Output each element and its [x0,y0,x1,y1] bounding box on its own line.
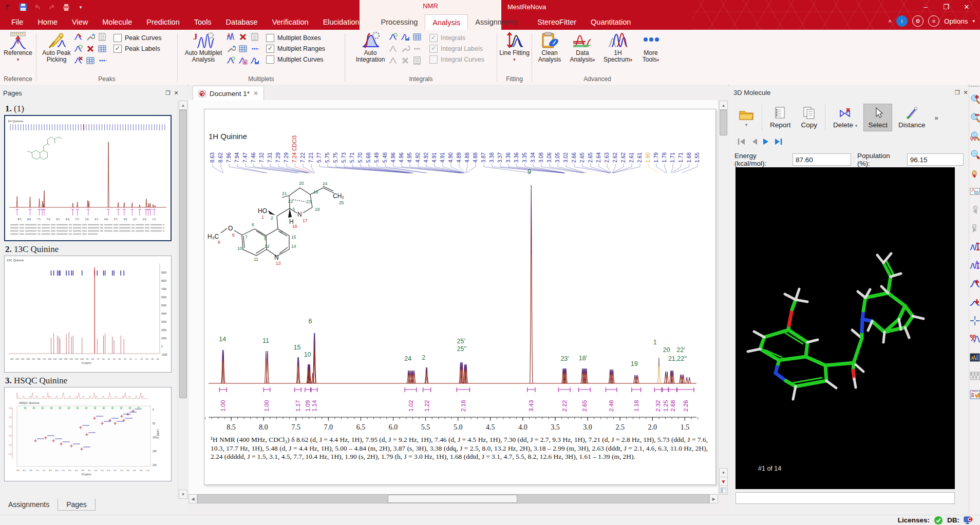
crosshair-icon[interactable] [969,312,980,330]
scroll-down-icon[interactable]: ▼ [179,490,187,499]
wrench-small-icon[interactable] [85,32,96,42]
cutoff-icon[interactable] [969,330,980,348]
next-view-icon[interactable] [969,219,980,238]
gdots-small-icon[interactable] [412,44,422,54]
distance-button[interactable]: Distance [894,104,930,131]
assignment-label[interactable]: 9 [527,168,531,176]
line-fitting-button[interactable]: Line Fitting▾ [499,30,531,63]
apeak-small-icon[interactable] [238,55,248,66]
play-icon[interactable] [762,138,769,146]
population-field[interactable]: 96.15 [907,153,964,166]
db-status-icon[interactable] [964,516,973,524]
fit-intensity-icon[interactable] [969,238,980,256]
1h-spectrum-button[interactable]: 1H Spectrum▾ [602,30,634,64]
auto-multiplet-analysis-button[interactable]: J Auto Multiplet Analysis [181,30,226,67]
report-view-icon[interactable] [969,385,980,404]
undo-icon[interactable] [33,3,42,12]
x-small-icon[interactable] [85,44,96,54]
redo-icon[interactable] [47,3,56,12]
integral-curves-checkbox[interactable]: Integral Curves [429,55,484,64]
integral-value[interactable]: 1.18 [633,400,639,412]
gearpeak-small-icon[interactable] [226,55,236,66]
assignment-label[interactable]: 22' [676,346,685,354]
tab-database[interactable]: Database [219,14,265,30]
assignment-label[interactable]: 23' [560,355,569,362]
peakx-small-icon[interactable] [73,55,84,66]
save-icon[interactable] [18,3,28,12]
assignment-label[interactable]: 1 [653,339,657,346]
tab-prediction[interactable]: Prediction [139,14,186,30]
tab-home[interactable]: Home [30,14,65,30]
3d-molecule-view[interactable]: #1 of 14 [736,167,955,489]
assignment-label[interactable]: 20 [663,346,670,354]
assignment-label[interactable]: 19 [631,360,638,367]
auto-peak-picking-button[interactable]: Auto Peak Picking [40,30,73,67]
tab-tools[interactable]: Tools [187,14,219,30]
gwrench-small-icon[interactable] [400,44,410,54]
integrals-small-buttons[interactable] [388,30,423,67]
document-vertical-scrollbar[interactable]: ▲ ▼ ▼ [718,100,728,494]
document-page[interactable]: 1H Quinine8.638.627.967.947.477.467.327.… [204,109,716,485]
previous-frame-icon[interactable] [750,138,758,146]
integrals-checkbox[interactable]: ✓Integrals [429,34,484,42]
pan-icon[interactable] [969,164,980,182]
integral-value[interactable]: 2.26 [683,400,689,412]
assignment-label[interactable]: 24 [404,355,411,362]
restore-button[interactable]: ❐ [936,0,956,13]
close-panel-icon[interactable]: ✕ [172,89,180,96]
float-panel-icon[interactable]: ❐ [164,89,172,96]
gpeak-small-icon[interactable] [388,44,399,54]
multiplet-boxes-checkbox[interactable]: Multiplet Boxes [266,34,325,42]
integral-value[interactable]: 1.14 [311,400,317,412]
tab-assignments-panel[interactable]: Assignments [0,499,58,510]
reference-button[interactable]: Reference▾ [2,30,34,63]
spectrum-canvas[interactable]: 1H Quinine8.638.627.967.947.477.467.327.… [204,109,715,484]
fit-intensity-alt-icon[interactable] [969,256,980,275]
multiplets-small-buttons[interactable]: J [226,30,261,67]
peak-curves-checkbox[interactable]: Peak Curves [114,34,162,42]
peak-labels-checkbox[interactable]: ✓Peak Labels [114,45,162,53]
x-small-icon[interactable] [238,32,248,42]
pencil-small-icon[interactable] [73,32,84,42]
scroll-down-icon[interactable]: ▼ [719,468,728,477]
multiplet-ranges-checkbox[interactable]: ✓Multiplet Ranges [266,45,325,53]
toolbar-drag-handle[interactable]: •••••••• [969,85,980,90]
list-small-icon[interactable] [97,32,107,42]
integral-value[interactable]: 2.48 [608,400,614,412]
last-frame-icon[interactable] [774,138,783,146]
list-small-icon[interactable] [412,55,422,66]
pages-scrollbar[interactable]: ▲ ▼ [178,101,187,499]
dots-small-icon[interactable] [97,55,107,66]
table-small-icon[interactable] [412,32,422,42]
assignment-label[interactable]: 15 [293,344,300,351]
thumbnail-1[interactable]: 1H Quinine8.58.07.57.06.56.05.55.04.54.0… [4,115,172,241]
toolbar-overflow-button[interactable]: » [934,114,938,122]
options-dropdown-icon[interactable]: ▾ [972,18,975,24]
tab-file[interactable]: File [4,14,30,30]
gearpeak-small-icon[interactable] [73,44,84,54]
integral-value[interactable]: 2.32 [655,400,661,412]
jpeaks-small-icon[interactable]: J [226,32,236,42]
assignment-label[interactable]: 11 [262,337,269,344]
bookmark-icon[interactable] [4,3,13,12]
document-tab[interactable]: Document 1* ✕ [193,86,264,101]
options-button[interactable]: Options [944,17,968,25]
thumbnail-3[interactable]: HSQC Quinine9.08.58.07.57.06.56.05.55.04… [4,387,172,481]
peaks-small-buttons[interactable] [73,30,108,67]
auto-integration-button[interactable]: Auto Integration [352,30,388,67]
dots-small-icon[interactable] [250,44,260,54]
preview-icon[interactable] [969,182,980,201]
thumbnail-2[interactable]: 13C Quinine90008000700060005000400030002… [4,256,172,373]
integral-value[interactable]: 2.22 [561,400,568,412]
licenses-ok-icon[interactable] [934,516,943,525]
integral-value[interactable]: 1.22 [424,400,430,412]
zoom-in-icon[interactable] [969,90,980,108]
clean-analysis-button[interactable]: Clean Analysis [536,30,563,64]
tab-view[interactable]: View [65,14,95,30]
delete-button[interactable]: Delete ▾ [829,104,861,131]
gpeak-small-icon[interactable] [388,55,399,66]
table-small-icon[interactable] [85,55,96,66]
copy-button[interactable]: Copy [797,104,822,131]
quick-access-dropdown-icon[interactable]: ▾ [76,3,85,12]
assignment-label[interactable]: 2 [422,354,425,361]
